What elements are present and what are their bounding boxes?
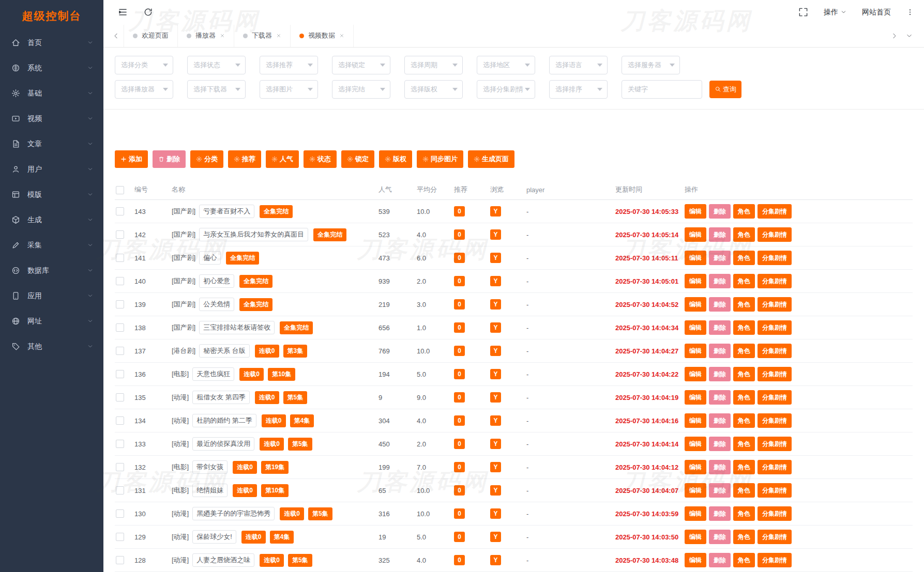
- row-action-分集剧情[interactable]: 分集剧情: [758, 483, 792, 498]
- filter-select[interactable]: 选择状态: [187, 56, 246, 74]
- tabs-menu-icon[interactable]: [906, 33, 913, 39]
- row-action-删除[interactable]: 删除: [709, 460, 731, 474]
- row-action-分集剧情[interactable]: 分集剧情: [758, 274, 792, 288]
- filter-select[interactable]: 选择锁定: [332, 56, 390, 74]
- row-action-删除[interactable]: 删除: [709, 530, 731, 544]
- toolbar-button-推荐[interactable]: 推荐: [228, 150, 261, 168]
- row-action-编辑[interactable]: 编辑: [685, 204, 706, 219]
- row-action-角色[interactable]: 角色: [733, 413, 755, 428]
- row-action-删除[interactable]: 删除: [709, 506, 731, 521]
- row-action-分集剧情[interactable]: 分集剧情: [758, 320, 792, 335]
- toolbar-button-分类[interactable]: 分类: [190, 150, 223, 168]
- select-all-checkbox[interactable]: [116, 186, 124, 194]
- toolbar-button-状态[interactable]: 状态: [304, 150, 337, 168]
- close-icon[interactable]: [339, 33, 344, 38]
- close-icon[interactable]: [276, 33, 281, 38]
- row-action-分集剧情[interactable]: 分集剧情: [758, 367, 792, 381]
- filter-select[interactable]: 选择分集剧情: [477, 80, 535, 99]
- row-action-编辑[interactable]: 编辑: [685, 460, 706, 474]
- sidebar-item-template[interactable]: 模版: [0, 182, 103, 207]
- sidebar-item-globe[interactable]: 网址: [0, 308, 103, 334]
- row-action-分集剧情[interactable]: 分集剧情: [758, 344, 792, 358]
- row-action-分集剧情[interactable]: 分集剧情: [758, 413, 792, 428]
- sidebar-item-user[interactable]: 用户: [0, 157, 103, 182]
- filter-select[interactable]: 选择下载器: [187, 80, 246, 99]
- refresh-icon[interactable]: [143, 7, 153, 17]
- filter-select[interactable]: 选择服务器: [622, 56, 680, 74]
- row-checkbox[interactable]: [116, 230, 124, 239]
- toolbar-button-锁定[interactable]: 锁定: [341, 150, 374, 168]
- row-action-编辑[interactable]: 编辑: [685, 251, 706, 265]
- tabs-scroll-right-icon[interactable]: [891, 33, 898, 39]
- row-action-删除[interactable]: 删除: [709, 483, 731, 498]
- row-action-编辑[interactable]: 编辑: [685, 506, 706, 521]
- filter-select[interactable]: 选择分类: [115, 56, 173, 74]
- row-action-分集剧情[interactable]: 分集剧情: [758, 297, 792, 312]
- toolbar-button-生成页面[interactable]: 生成页面: [468, 150, 514, 168]
- row-checkbox[interactable]: [116, 207, 124, 215]
- row-checkbox[interactable]: [116, 323, 124, 332]
- row-action-分集剧情[interactable]: 分集剧情: [758, 227, 792, 242]
- row-action-删除[interactable]: 删除: [709, 553, 731, 567]
- row-action-分集剧情[interactable]: 分集剧情: [758, 530, 792, 544]
- row-action-编辑[interactable]: 编辑: [685, 437, 706, 451]
- sidebar-item-home[interactable]: 首页: [0, 30, 103, 55]
- row-action-角色[interactable]: 角色: [733, 367, 755, 381]
- tabs-scroll-left-icon[interactable]: [113, 33, 119, 39]
- row-checkbox[interactable]: [116, 300, 124, 308]
- sidebar-item-cube[interactable]: 生成: [0, 207, 103, 233]
- row-checkbox[interactable]: [116, 486, 124, 494]
- collapse-menu-icon[interactable]: [118, 7, 128, 17]
- row-action-删除[interactable]: 删除: [709, 297, 731, 312]
- row-action-角色[interactable]: 角色: [733, 251, 755, 265]
- row-action-编辑[interactable]: 编辑: [685, 274, 706, 288]
- sidebar-item-article[interactable]: 文章: [0, 131, 103, 157]
- row-action-删除[interactable]: 删除: [709, 274, 731, 288]
- keyword-input[interactable]: [622, 80, 702, 99]
- row-action-分集剧情[interactable]: 分集剧情: [758, 251, 792, 265]
- row-action-分集剧情[interactable]: 分集剧情: [758, 437, 792, 451]
- row-action-编辑[interactable]: 编辑: [685, 320, 706, 335]
- row-action-删除[interactable]: 删除: [709, 367, 731, 381]
- tab-下载器[interactable]: 下载器: [234, 25, 291, 47]
- toolbar-button-同步图片[interactable]: 同步图片: [417, 150, 463, 168]
- row-checkbox[interactable]: [116, 370, 124, 378]
- tab-视频数据[interactable]: 视频数据: [291, 25, 354, 47]
- filter-select[interactable]: 选择地区: [477, 56, 535, 74]
- row-checkbox[interactable]: [116, 533, 124, 541]
- row-checkbox[interactable]: [116, 556, 124, 564]
- row-action-编辑[interactable]: 编辑: [685, 227, 706, 242]
- row-checkbox[interactable]: [116, 277, 124, 285]
- row-action-编辑[interactable]: 编辑: [685, 297, 706, 312]
- row-action-删除[interactable]: 删除: [709, 204, 731, 219]
- row-action-分集剧情[interactable]: 分集剧情: [758, 460, 792, 474]
- row-action-删除[interactable]: 删除: [709, 437, 731, 451]
- row-action-删除[interactable]: 删除: [709, 413, 731, 428]
- sidebar-item-gear[interactable]: 基础: [0, 81, 103, 106]
- row-action-删除[interactable]: 删除: [709, 344, 731, 358]
- row-checkbox[interactable]: [116, 463, 124, 471]
- filter-select[interactable]: 选择周期: [404, 56, 463, 74]
- toolbar-button-人气[interactable]: 人气: [266, 150, 299, 168]
- row-action-角色[interactable]: 角色: [733, 204, 755, 219]
- row-action-分集剧情[interactable]: 分集剧情: [758, 553, 792, 567]
- filter-select[interactable]: 选择图片: [260, 80, 318, 99]
- close-icon[interactable]: [220, 33, 225, 38]
- row-action-角色[interactable]: 角色: [733, 344, 755, 358]
- row-action-角色[interactable]: 角色: [733, 460, 755, 474]
- toolbar-button-删除[interactable]: 删除: [153, 150, 186, 168]
- row-action-删除[interactable]: 删除: [709, 227, 731, 242]
- sidebar-item-pen[interactable]: 采集: [0, 233, 103, 258]
- row-action-角色[interactable]: 角色: [733, 483, 755, 498]
- row-action-角色[interactable]: 角色: [733, 274, 755, 288]
- tab-播放器[interactable]: 播放器: [178, 25, 234, 47]
- search-button[interactable]: 查询: [709, 81, 741, 98]
- row-action-编辑[interactable]: 编辑: [685, 367, 706, 381]
- row-action-角色[interactable]: 角色: [733, 553, 755, 567]
- row-action-分集剧情[interactable]: 分集剧情: [758, 506, 792, 521]
- row-action-编辑[interactable]: 编辑: [685, 344, 706, 358]
- sidebar-item-tablet[interactable]: 应用: [0, 283, 103, 308]
- row-checkbox[interactable]: [116, 347, 124, 355]
- row-action-删除[interactable]: 删除: [709, 320, 731, 335]
- row-checkbox[interactable]: [116, 254, 124, 262]
